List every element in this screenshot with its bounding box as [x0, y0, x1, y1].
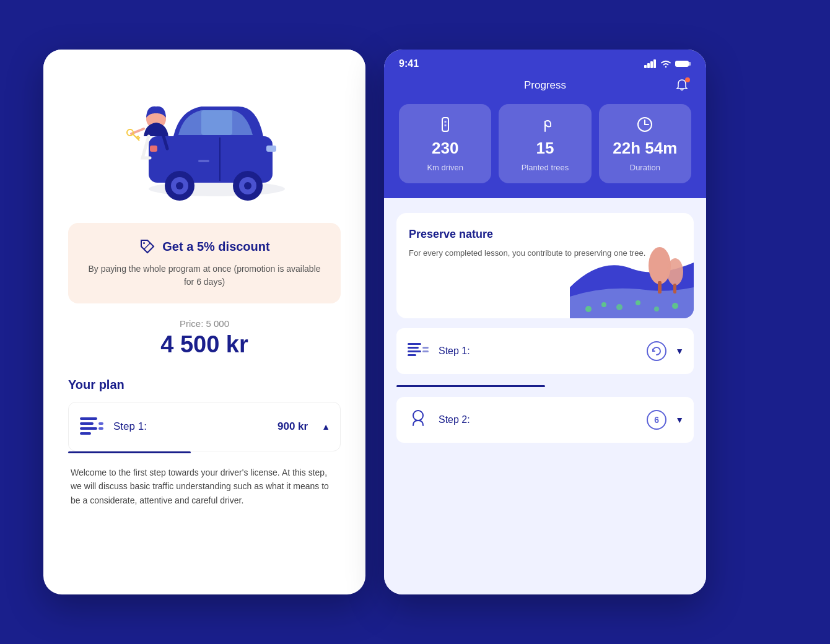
svg-rect-23: [80, 432, 91, 435]
svg-rect-20: [80, 417, 97, 420]
right-step2-row[interactable]: Step 2: 6 ▼: [396, 397, 694, 443]
original-price: Price: 5 000: [68, 318, 341, 329]
step2-number-badge: 6: [647, 410, 666, 430]
progress-header: Progress: [399, 79, 691, 92]
phone-right: 9:41: [384, 50, 706, 594]
svg-point-7: [176, 182, 183, 189]
step1-arrow: ▲: [321, 422, 330, 432]
svg-rect-3: [266, 146, 276, 152]
svg-rect-12: [198, 160, 209, 162]
phone-left: Get a 5% discount By paying the whole pr…: [43, 50, 365, 594]
status-bar: 9:41: [399, 58, 691, 69]
phone-bottom: Preserve nature For every completed less…: [384, 198, 706, 594]
svg-rect-2: [201, 110, 232, 135]
stats-grid: 230 Km driven 15 Planted trees: [399, 104, 691, 198]
right-step1-label: Step 1:: [439, 346, 638, 357]
stat-km-label: Km driven: [427, 163, 463, 172]
svg-rect-27: [647, 63, 650, 68]
left-phone-content: Get a 5% discount By paying the whole pr…: [43, 223, 365, 544]
step1-refresh-badge: [647, 341, 666, 361]
progress-title: Progress: [524, 79, 566, 92]
status-time: 9:41: [399, 58, 419, 69]
svg-rect-24: [98, 422, 103, 425]
discounted-price: 4 500 kr: [68, 331, 341, 358]
svg-rect-33: [444, 121, 446, 123]
road-icon: [436, 115, 455, 134]
step1-icon: [79, 414, 105, 440]
svg-point-55: [413, 411, 423, 420]
refresh-icon: [651, 346, 662, 357]
step1-price: 900 kr: [277, 420, 308, 433]
svg-rect-25: [98, 427, 103, 430]
svg-line-16: [136, 136, 139, 137]
right-step1-row[interactable]: Step 1: ▼: [396, 328, 694, 374]
right-step1-progress: [396, 385, 545, 387]
svg-rect-22: [80, 427, 97, 430]
svg-rect-4: [150, 146, 157, 152]
right-step2-icon: [406, 408, 430, 432]
svg-point-18: [143, 242, 145, 244]
discount-title-row: Get a 5% discount: [85, 238, 323, 255]
nature-card: Preserve nature For every completed less…: [396, 213, 694, 318]
svg-rect-28: [650, 61, 653, 68]
stat-card-km: 230 Km driven: [399, 104, 491, 183]
svg-rect-54: [422, 350, 429, 352]
nature-desc: For every completed lesson, you contribu…: [409, 247, 681, 260]
step1-row[interactable]: Step 1: 900 kr ▲: [68, 402, 341, 451]
bell-dot: [685, 77, 690, 82]
svg-point-10: [244, 182, 251, 189]
stat-card-trees: 15 Planted trees: [499, 104, 591, 183]
step1-label: Step 1:: [113, 420, 269, 433]
discount-desc: By paying the whole program at once (pro…: [85, 263, 323, 289]
stat-duration-label: Duration: [630, 163, 660, 172]
svg-line-17: [138, 137, 140, 139]
your-plan-title: Your plan: [68, 378, 341, 392]
status-icons: [644, 59, 691, 68]
svg-rect-30: [675, 61, 689, 67]
tag-icon: [139, 238, 156, 255]
svg-rect-26: [644, 65, 647, 68]
step1-description: Welcome to the first step towards your d…: [68, 453, 341, 520]
step2-chevron: ▼: [675, 415, 684, 425]
stat-trees-number: 15: [536, 139, 554, 158]
stat-duration-number: 22h 54m: [613, 139, 677, 158]
stat-card-duration: 22h 54m Duration: [599, 104, 691, 183]
svg-rect-52: [408, 354, 416, 356]
svg-rect-50: [408, 347, 419, 349]
battery-icon: [675, 59, 691, 68]
notification-bell[interactable]: [673, 76, 691, 95]
right-step2-label: Step 2:: [439, 414, 638, 425]
stat-trees-label: Planted trees: [522, 163, 569, 172]
svg-rect-31: [689, 62, 691, 66]
screen-container: Get a 5% discount By paying the whole pr…: [43, 50, 787, 594]
svg-rect-29: [653, 59, 656, 68]
step1-chevron: ▼: [675, 346, 684, 356]
price-section: Price: 5 000 4 500 kr: [68, 318, 341, 358]
discount-card: Get a 5% discount By paying the whole pr…: [68, 223, 341, 303]
svg-rect-34: [444, 124, 446, 126]
nature-title: Preserve nature: [409, 228, 681, 241]
svg-line-19: [144, 243, 151, 249]
signal-icon: [644, 59, 657, 68]
svg-rect-51: [408, 350, 421, 352]
svg-rect-53: [422, 347, 429, 349]
svg-rect-21: [80, 422, 94, 425]
right-step1-icon: [406, 339, 430, 363]
svg-rect-49: [408, 343, 421, 345]
car-illustration-area: [43, 50, 365, 223]
clock-icon: [636, 115, 654, 134]
nature-text: Preserve nature For every completed less…: [396, 213, 694, 318]
phone-top-bar: 9:41: [384, 50, 706, 198]
stat-km-number: 230: [432, 139, 458, 158]
discount-title-text: Get a 5% discount: [162, 240, 269, 254]
leaf-icon: [536, 115, 554, 134]
wifi-icon: [660, 59, 671, 68]
